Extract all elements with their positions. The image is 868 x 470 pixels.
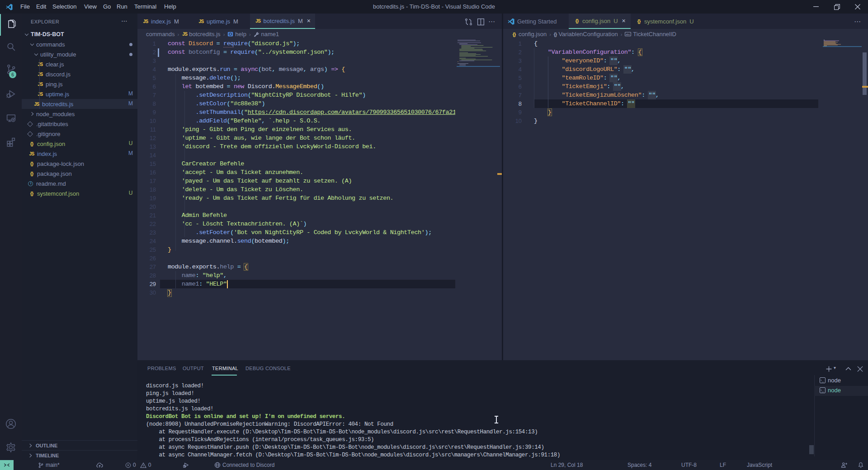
svg-text:abc: abc bbox=[626, 33, 631, 36]
